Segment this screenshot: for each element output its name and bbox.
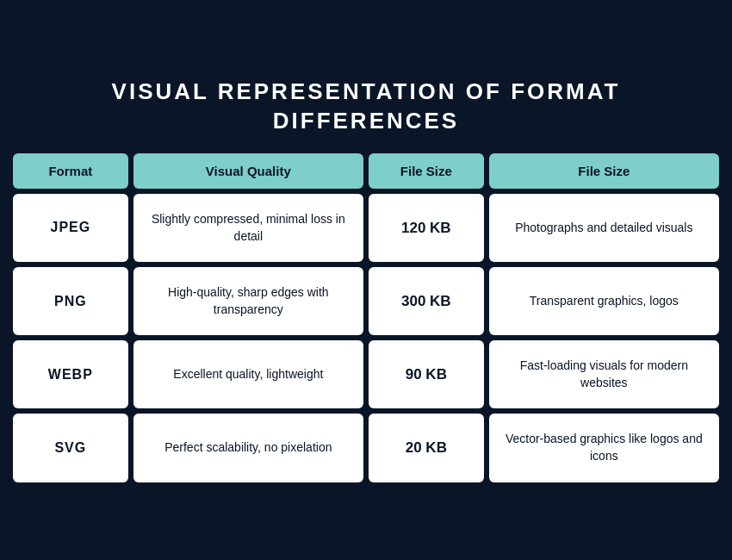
cell-quality-3: Perfect scalability, no pixelation — [133, 414, 363, 482]
cell-description-1: Transparent graphics, logos — [489, 267, 719, 335]
cell-filesize-3: 20 KB — [369, 414, 484, 482]
table-row: SVG Perfect scalability, no pixelation 2… — [13, 414, 719, 482]
table-row: WEBP Excellent quality, lightweight 90 K… — [13, 340, 719, 408]
header-quality: Visual Quality — [133, 153, 363, 189]
cell-quality-1: High-quality, sharp edges with transpare… — [133, 267, 363, 335]
cell-quality-0: Slightly compressed, minimal loss in det… — [133, 194, 363, 262]
cell-format-2: WEBP — [13, 340, 128, 408]
cell-description-2: Fast-loading visuals for modern websites — [489, 340, 719, 408]
table-row: PNG High-quality, sharp edges with trans… — [13, 267, 719, 335]
table-body: JPEG Slightly compressed, minimal loss i… — [13, 194, 719, 482]
cell-format-0: JPEG — [13, 194, 128, 262]
cell-description-3: Vector-based graphics like logos and ico… — [489, 414, 719, 482]
header-filesize2: File Size — [489, 153, 719, 189]
cell-filesize-2: 90 KB — [369, 340, 484, 408]
table-header: Format Visual Quality File Size File Siz… — [13, 153, 719, 189]
header-filesize1: File Size — [369, 153, 484, 189]
cell-format-3: SVG — [13, 414, 128, 482]
cell-filesize-1: 300 KB — [369, 267, 484, 335]
cell-format-1: PNG — [13, 267, 128, 335]
cell-quality-2: Excellent quality, lightweight — [133, 340, 363, 408]
page-title: VISUAL REPRESENTATION OF FORMAT DIFFEREN… — [112, 78, 621, 136]
cell-description-0: Photographs and detailed visuals — [489, 194, 719, 262]
table-container: Format Visual Quality File Size File Siz… — [13, 153, 719, 482]
cell-filesize-0: 120 KB — [369, 194, 484, 262]
table-row: JPEG Slightly compressed, minimal loss i… — [13, 194, 719, 262]
header-format: Format — [13, 153, 128, 189]
